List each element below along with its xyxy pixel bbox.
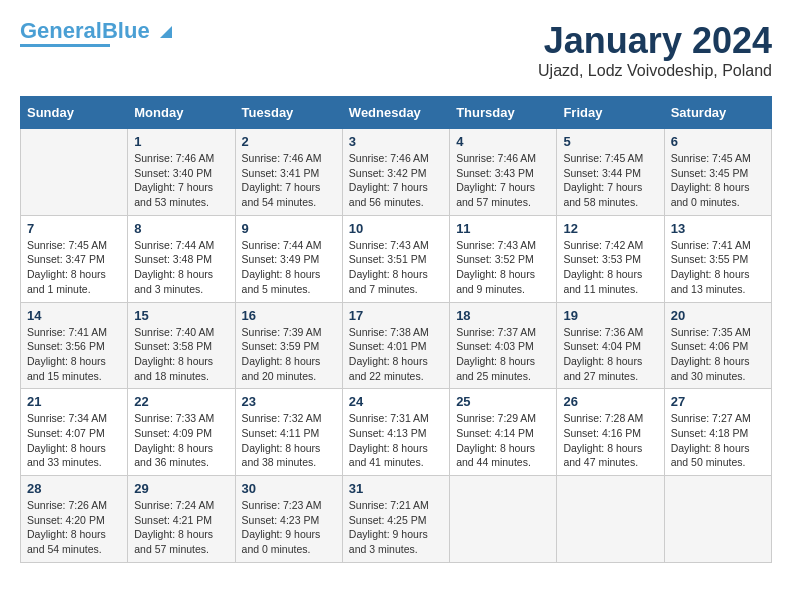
calendar-week-3: 14Sunrise: 7:41 AM Sunset: 3:56 PM Dayli… xyxy=(21,302,772,389)
day-number: 22 xyxy=(134,394,228,409)
day-number: 17 xyxy=(349,308,443,323)
calendar-cell: 15Sunrise: 7:40 AM Sunset: 3:58 PM Dayli… xyxy=(128,302,235,389)
calendar-cell: 30Sunrise: 7:23 AM Sunset: 4:23 PM Dayli… xyxy=(235,476,342,563)
day-header-sunday: Sunday xyxy=(21,97,128,129)
month-year-title: January 2024 xyxy=(538,20,772,62)
day-number: 10 xyxy=(349,221,443,236)
day-number: 31 xyxy=(349,481,443,496)
logo-text: GeneralBlue xyxy=(20,20,150,42)
day-number: 5 xyxy=(563,134,657,149)
day-number: 24 xyxy=(349,394,443,409)
calendar-cell: 8Sunrise: 7:44 AM Sunset: 3:48 PM Daylig… xyxy=(128,215,235,302)
day-number: 30 xyxy=(242,481,336,496)
day-number: 9 xyxy=(242,221,336,236)
day-number: 29 xyxy=(134,481,228,496)
calendar-cell: 21Sunrise: 7:34 AM Sunset: 4:07 PM Dayli… xyxy=(21,389,128,476)
day-number: 21 xyxy=(27,394,121,409)
day-number: 18 xyxy=(456,308,550,323)
day-number: 14 xyxy=(27,308,121,323)
calendar-week-5: 28Sunrise: 7:26 AM Sunset: 4:20 PM Dayli… xyxy=(21,476,772,563)
cell-content: Sunrise: 7:34 AM Sunset: 4:07 PM Dayligh… xyxy=(27,411,121,470)
svg-marker-0 xyxy=(160,26,172,38)
logo-underline xyxy=(20,44,110,47)
day-number: 27 xyxy=(671,394,765,409)
day-header-friday: Friday xyxy=(557,97,664,129)
cell-content: Sunrise: 7:41 AM Sunset: 3:55 PM Dayligh… xyxy=(671,238,765,297)
day-number: 19 xyxy=(563,308,657,323)
cell-content: Sunrise: 7:43 AM Sunset: 3:51 PM Dayligh… xyxy=(349,238,443,297)
calendar-table: SundayMondayTuesdayWednesdayThursdayFrid… xyxy=(20,96,772,563)
cell-content: Sunrise: 7:27 AM Sunset: 4:18 PM Dayligh… xyxy=(671,411,765,470)
calendar-cell: 3Sunrise: 7:46 AM Sunset: 3:42 PM Daylig… xyxy=(342,129,449,216)
calendar-week-4: 21Sunrise: 7:34 AM Sunset: 4:07 PM Dayli… xyxy=(21,389,772,476)
cell-content: Sunrise: 7:45 AM Sunset: 3:47 PM Dayligh… xyxy=(27,238,121,297)
day-header-monday: Monday xyxy=(128,97,235,129)
cell-content: Sunrise: 7:38 AM Sunset: 4:01 PM Dayligh… xyxy=(349,325,443,384)
calendar-cell: 11Sunrise: 7:43 AM Sunset: 3:52 PM Dayli… xyxy=(450,215,557,302)
calendar-cell: 4Sunrise: 7:46 AM Sunset: 3:43 PM Daylig… xyxy=(450,129,557,216)
calendar-cell: 25Sunrise: 7:29 AM Sunset: 4:14 PM Dayli… xyxy=(450,389,557,476)
cell-content: Sunrise: 7:46 AM Sunset: 3:43 PM Dayligh… xyxy=(456,151,550,210)
cell-content: Sunrise: 7:44 AM Sunset: 3:49 PM Dayligh… xyxy=(242,238,336,297)
calendar-header: SundayMondayTuesdayWednesdayThursdayFrid… xyxy=(21,97,772,129)
logo-triangle-icon xyxy=(154,20,176,42)
day-number: 3 xyxy=(349,134,443,149)
day-header-thursday: Thursday xyxy=(450,97,557,129)
calendar-cell: 13Sunrise: 7:41 AM Sunset: 3:55 PM Dayli… xyxy=(664,215,771,302)
calendar-cell: 22Sunrise: 7:33 AM Sunset: 4:09 PM Dayli… xyxy=(128,389,235,476)
cell-content: Sunrise: 7:35 AM Sunset: 4:06 PM Dayligh… xyxy=(671,325,765,384)
calendar-cell: 6Sunrise: 7:45 AM Sunset: 3:45 PM Daylig… xyxy=(664,129,771,216)
cell-content: Sunrise: 7:43 AM Sunset: 3:52 PM Dayligh… xyxy=(456,238,550,297)
calendar-cell: 10Sunrise: 7:43 AM Sunset: 3:51 PM Dayli… xyxy=(342,215,449,302)
cell-content: Sunrise: 7:40 AM Sunset: 3:58 PM Dayligh… xyxy=(134,325,228,384)
calendar-cell: 27Sunrise: 7:27 AM Sunset: 4:18 PM Dayli… xyxy=(664,389,771,476)
cell-content: Sunrise: 7:21 AM Sunset: 4:25 PM Dayligh… xyxy=(349,498,443,557)
day-number: 25 xyxy=(456,394,550,409)
day-header-saturday: Saturday xyxy=(664,97,771,129)
cell-content: Sunrise: 7:24 AM Sunset: 4:21 PM Dayligh… xyxy=(134,498,228,557)
calendar-cell: 23Sunrise: 7:32 AM Sunset: 4:11 PM Dayli… xyxy=(235,389,342,476)
calendar-cell: 16Sunrise: 7:39 AM Sunset: 3:59 PM Dayli… xyxy=(235,302,342,389)
day-number: 28 xyxy=(27,481,121,496)
calendar-cell: 19Sunrise: 7:36 AM Sunset: 4:04 PM Dayli… xyxy=(557,302,664,389)
day-number: 20 xyxy=(671,308,765,323)
day-number: 12 xyxy=(563,221,657,236)
day-header-tuesday: Tuesday xyxy=(235,97,342,129)
calendar-cell: 12Sunrise: 7:42 AM Sunset: 3:53 PM Dayli… xyxy=(557,215,664,302)
cell-content: Sunrise: 7:37 AM Sunset: 4:03 PM Dayligh… xyxy=(456,325,550,384)
calendar-cell: 7Sunrise: 7:45 AM Sunset: 3:47 PM Daylig… xyxy=(21,215,128,302)
cell-content: Sunrise: 7:23 AM Sunset: 4:23 PM Dayligh… xyxy=(242,498,336,557)
day-number: 15 xyxy=(134,308,228,323)
cell-content: Sunrise: 7:45 AM Sunset: 3:45 PM Dayligh… xyxy=(671,151,765,210)
header-row: SundayMondayTuesdayWednesdayThursdayFrid… xyxy=(21,97,772,129)
cell-content: Sunrise: 7:41 AM Sunset: 3:56 PM Dayligh… xyxy=(27,325,121,384)
calendar-cell: 14Sunrise: 7:41 AM Sunset: 3:56 PM Dayli… xyxy=(21,302,128,389)
calendar-cell: 5Sunrise: 7:45 AM Sunset: 3:44 PM Daylig… xyxy=(557,129,664,216)
day-number: 1 xyxy=(134,134,228,149)
day-number: 4 xyxy=(456,134,550,149)
header: GeneralBlue January 2024 Ujazd, Lodz Voi… xyxy=(20,20,772,80)
cell-content: Sunrise: 7:29 AM Sunset: 4:14 PM Dayligh… xyxy=(456,411,550,470)
cell-content: Sunrise: 7:44 AM Sunset: 3:48 PM Dayligh… xyxy=(134,238,228,297)
calendar-week-1: 1Sunrise: 7:46 AM Sunset: 3:40 PM Daylig… xyxy=(21,129,772,216)
day-number: 13 xyxy=(671,221,765,236)
day-number: 6 xyxy=(671,134,765,149)
logo: GeneralBlue xyxy=(20,20,176,47)
cell-content: Sunrise: 7:46 AM Sunset: 3:41 PM Dayligh… xyxy=(242,151,336,210)
cell-content: Sunrise: 7:42 AM Sunset: 3:53 PM Dayligh… xyxy=(563,238,657,297)
calendar-cell: 26Sunrise: 7:28 AM Sunset: 4:16 PM Dayli… xyxy=(557,389,664,476)
day-number: 23 xyxy=(242,394,336,409)
calendar-cell: 24Sunrise: 7:31 AM Sunset: 4:13 PM Dayli… xyxy=(342,389,449,476)
calendar-cell: 1Sunrise: 7:46 AM Sunset: 3:40 PM Daylig… xyxy=(128,129,235,216)
day-number: 2 xyxy=(242,134,336,149)
cell-content: Sunrise: 7:26 AM Sunset: 4:20 PM Dayligh… xyxy=(27,498,121,557)
calendar-body: 1Sunrise: 7:46 AM Sunset: 3:40 PM Daylig… xyxy=(21,129,772,563)
day-number: 11 xyxy=(456,221,550,236)
cell-content: Sunrise: 7:28 AM Sunset: 4:16 PM Dayligh… xyxy=(563,411,657,470)
calendar-cell: 20Sunrise: 7:35 AM Sunset: 4:06 PM Dayli… xyxy=(664,302,771,389)
calendar-cell xyxy=(450,476,557,563)
day-header-wednesday: Wednesday xyxy=(342,97,449,129)
cell-content: Sunrise: 7:39 AM Sunset: 3:59 PM Dayligh… xyxy=(242,325,336,384)
location-subtitle: Ujazd, Lodz Voivodeship, Poland xyxy=(538,62,772,80)
calendar-cell: 28Sunrise: 7:26 AM Sunset: 4:20 PM Dayli… xyxy=(21,476,128,563)
